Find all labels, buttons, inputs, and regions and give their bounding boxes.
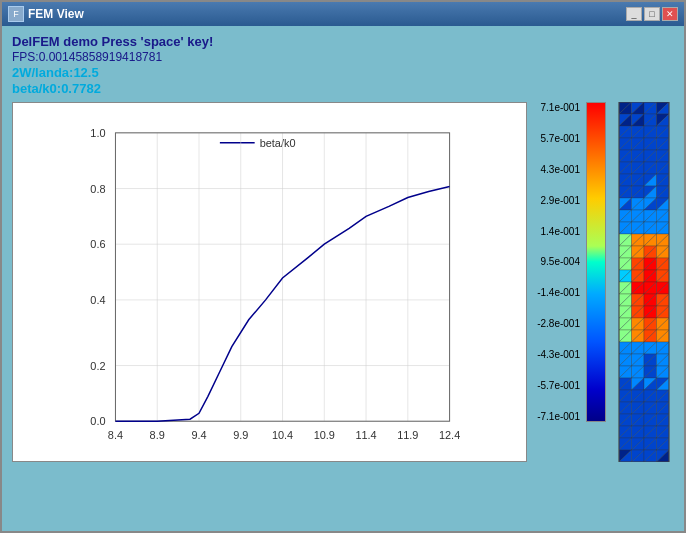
svg-text:12.4: 12.4 bbox=[439, 429, 460, 441]
svg-text:11.4: 11.4 bbox=[355, 429, 376, 441]
maximize-button[interactable]: □ bbox=[644, 7, 660, 21]
mesh-display bbox=[614, 102, 674, 462]
main-window: F FEM View _ □ ✕ DelFEM demo Press 'spac… bbox=[0, 0, 686, 533]
chart-container: beta/k0 bbox=[12, 102, 527, 462]
mesh-canvas bbox=[614, 102, 674, 462]
svg-text:11.9: 11.9 bbox=[397, 429, 418, 441]
colorbar-label-4: 1.4e-001 bbox=[541, 226, 580, 237]
svg-text:8.9: 8.9 bbox=[150, 429, 165, 441]
svg-text:0.2: 0.2 bbox=[90, 360, 105, 372]
demo-label: DelFEM demo Press 'space' key! bbox=[12, 34, 674, 49]
colorbar-label-1: 5.7e-001 bbox=[541, 133, 580, 144]
colorbar-label-2: 4.3e-001 bbox=[541, 164, 580, 175]
svg-text:beta/k0: beta/k0 bbox=[260, 137, 296, 149]
svg-text:10.4: 10.4 bbox=[272, 429, 293, 441]
right-panel: 7.1e-001 5.7e-001 4.3e-001 2.9e-001 1.4e… bbox=[537, 102, 674, 462]
svg-text:10.9: 10.9 bbox=[314, 429, 335, 441]
colorbar-label-5: 9.5e-004 bbox=[541, 256, 580, 267]
svg-text:9.9: 9.9 bbox=[233, 429, 248, 441]
svg-rect-0 bbox=[61, 103, 479, 461]
chart-svg: beta/k0 bbox=[13, 103, 526, 461]
colorbar-label-7: -2.8e-001 bbox=[537, 318, 580, 329]
window-controls[interactable]: _ □ ✕ bbox=[626, 7, 678, 21]
minimize-button[interactable]: _ bbox=[626, 7, 642, 21]
window-title: FEM View bbox=[28, 7, 84, 21]
content-area: DelFEM demo Press 'space' key! FPS:0.001… bbox=[2, 26, 684, 531]
titlebar: F FEM View _ □ ✕ bbox=[2, 2, 684, 26]
colorbar-label-6: -1.4e-001 bbox=[537, 287, 580, 298]
colorbar-label-8: -4.3e-001 bbox=[537, 349, 580, 360]
svg-text:0.8: 0.8 bbox=[90, 183, 105, 195]
svg-text:9.4: 9.4 bbox=[191, 429, 206, 441]
colorbar-label-9: -5.7e-001 bbox=[537, 380, 580, 391]
colorbar-label-10: -7.1e-001 bbox=[537, 411, 580, 422]
svg-text:0.6: 0.6 bbox=[90, 238, 105, 250]
top-info: DelFEM demo Press 'space' key! FPS:0.001… bbox=[12, 34, 674, 96]
titlebar-left: F FEM View bbox=[8, 6, 84, 22]
colorbar-label-3: 2.9e-001 bbox=[541, 195, 580, 206]
fps-label: FPS:0.00145858919418781 bbox=[12, 50, 674, 64]
svg-text:1.0: 1.0 bbox=[90, 127, 105, 139]
colorbar-label-container: 7.1e-001 5.7e-001 4.3e-001 2.9e-001 1.4e… bbox=[537, 102, 580, 422]
svg-text:8.4: 8.4 bbox=[108, 429, 123, 441]
landa-label: 2W/landa:12.5 bbox=[12, 65, 674, 80]
colorbar-label-0: 7.1e-001 bbox=[541, 102, 580, 113]
colorbar-container: 7.1e-001 5.7e-001 4.3e-001 2.9e-001 1.4e… bbox=[537, 102, 606, 422]
svg-text:0.4: 0.4 bbox=[90, 294, 105, 306]
svg-text:0.0: 0.0 bbox=[90, 415, 105, 427]
close-button[interactable]: ✕ bbox=[662, 7, 678, 21]
app-icon: F bbox=[8, 6, 24, 22]
beta-label: beta/k0:0.7782 bbox=[12, 81, 674, 96]
main-area: beta/k0 bbox=[12, 102, 674, 523]
colorbar bbox=[586, 102, 606, 422]
